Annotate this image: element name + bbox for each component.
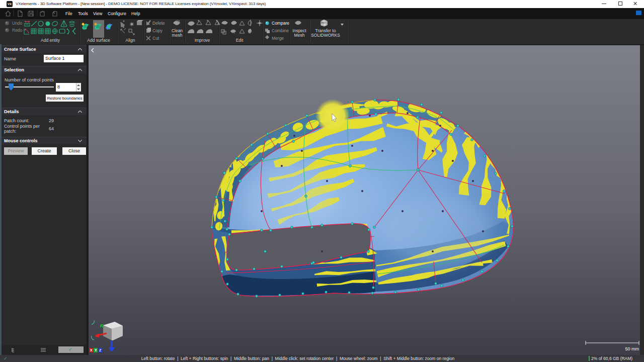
svg-text:Y: Y: [95, 348, 97, 352]
svg-text:Z: Z: [99, 348, 102, 352]
svg-text:SW: SW: [321, 23, 326, 26]
svg-text:X: X: [90, 348, 93, 352]
svg-text:50 mm: 50 mm: [625, 346, 639, 351]
